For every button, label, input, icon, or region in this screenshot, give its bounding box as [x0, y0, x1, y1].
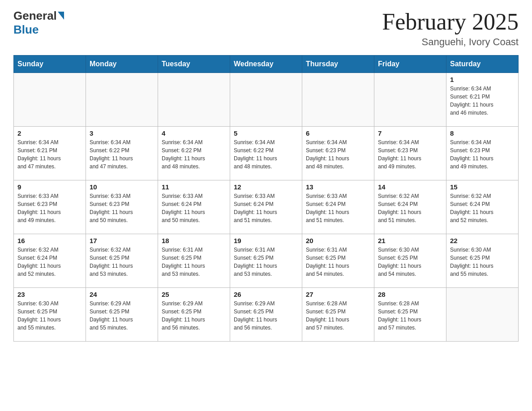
day-number: 10 — [90, 183, 154, 191]
page-header: General Blue February 2025 Sanguehi, Ivo… — [13, 9, 519, 48]
calendar-day-cell: 19Sunrise: 6:31 AMSunset: 6:25 PMDayligh… — [230, 234, 302, 288]
calendar-day-cell: 26Sunrise: 6:29 AMSunset: 6:25 PMDayligh… — [230, 288, 302, 342]
day-info: Sunrise: 6:33 AMSunset: 6:23 PMDaylight:… — [90, 192, 154, 224]
weekday-header-sunday: Sunday — [14, 56, 86, 73]
day-number: 13 — [306, 183, 370, 191]
day-info: Sunrise: 6:33 AMSunset: 6:24 PMDaylight:… — [306, 192, 370, 224]
calendar-day-cell: 18Sunrise: 6:31 AMSunset: 6:25 PMDayligh… — [158, 234, 230, 288]
day-number: 18 — [162, 237, 226, 244]
day-number: 1 — [450, 76, 515, 83]
day-number: 2 — [17, 129, 82, 137]
day-number: 21 — [378, 237, 442, 244]
calendar-day-cell: 2Sunrise: 6:34 AMSunset: 6:21 PMDaylight… — [14, 127, 86, 180]
day-number: 12 — [234, 183, 298, 191]
day-info: Sunrise: 6:32 AMSunset: 6:24 PMDaylight:… — [450, 192, 515, 224]
weekday-header-row: SundayMondayTuesdayWednesdayThursdayFrid… — [14, 56, 519, 73]
day-number: 28 — [378, 291, 442, 298]
calendar-day-cell: 4Sunrise: 6:34 AMSunset: 6:22 PMDaylight… — [158, 127, 230, 180]
calendar-day-cell: 22Sunrise: 6:30 AMSunset: 6:25 PMDayligh… — [446, 234, 519, 288]
day-number: 26 — [234, 291, 298, 298]
day-number: 19 — [234, 237, 298, 244]
calendar-day-cell: 20Sunrise: 6:31 AMSunset: 6:25 PMDayligh… — [302, 234, 374, 288]
calendar-week-row: 9Sunrise: 6:33 AMSunset: 6:23 PMDaylight… — [14, 180, 519, 234]
calendar-day-cell: 10Sunrise: 6:33 AMSunset: 6:23 PMDayligh… — [86, 180, 158, 234]
calendar-day-cell — [302, 73, 374, 127]
day-info: Sunrise: 6:32 AMSunset: 6:24 PMDaylight:… — [378, 192, 442, 224]
logo-triangle-icon — [58, 12, 64, 20]
calendar-week-row: 16Sunrise: 6:32 AMSunset: 6:24 PMDayligh… — [14, 234, 519, 288]
calendar-day-cell: 8Sunrise: 6:34 AMSunset: 6:23 PMDaylight… — [446, 127, 519, 180]
day-info: Sunrise: 6:30 AMSunset: 6:25 PMDaylight:… — [378, 246, 442, 278]
logo-blue-text: Blue — [13, 23, 39, 37]
day-info: Sunrise: 6:34 AMSunset: 6:22 PMDaylight:… — [234, 138, 298, 171]
weekday-header-monday: Monday — [86, 56, 158, 73]
calendar-day-cell: 28Sunrise: 6:28 AMSunset: 6:25 PMDayligh… — [374, 288, 446, 342]
calendar-day-cell — [230, 73, 302, 127]
day-info: Sunrise: 6:34 AMSunset: 6:22 PMDaylight:… — [90, 138, 154, 171]
weekday-header-saturday: Saturday — [446, 56, 519, 73]
day-info: Sunrise: 6:29 AMSunset: 6:25 PMDaylight:… — [90, 300, 154, 332]
day-number: 8 — [450, 129, 515, 137]
calendar-day-cell: 24Sunrise: 6:29 AMSunset: 6:25 PMDayligh… — [86, 288, 158, 342]
logo-general-text: General — [13, 9, 57, 23]
day-info: Sunrise: 6:28 AMSunset: 6:25 PMDaylight:… — [306, 300, 370, 332]
day-info: Sunrise: 6:34 AMSunset: 6:21 PMDaylight:… — [17, 138, 82, 171]
calendar-day-cell: 5Sunrise: 6:34 AMSunset: 6:22 PMDaylight… — [230, 127, 302, 180]
calendar-day-cell — [86, 73, 158, 127]
day-info: Sunrise: 6:33 AMSunset: 6:23 PMDaylight:… — [17, 192, 82, 224]
day-number: 11 — [162, 183, 226, 191]
calendar-week-row: 2Sunrise: 6:34 AMSunset: 6:21 PMDaylight… — [14, 127, 519, 180]
day-number: 25 — [162, 291, 226, 298]
calendar-day-cell: 14Sunrise: 6:32 AMSunset: 6:24 PMDayligh… — [374, 180, 446, 234]
month-title: February 2025 — [382, 9, 519, 34]
weekday-header-thursday: Thursday — [302, 56, 374, 73]
calendar-day-cell: 15Sunrise: 6:32 AMSunset: 6:24 PMDayligh… — [446, 180, 519, 234]
day-number: 4 — [162, 129, 226, 137]
location-subtitle: Sanguehi, Ivory Coast — [382, 36, 519, 48]
day-number: 6 — [306, 129, 370, 137]
calendar-header: SundayMondayTuesdayWednesdayThursdayFrid… — [14, 56, 519, 73]
calendar-day-cell: 3Sunrise: 6:34 AMSunset: 6:22 PMDaylight… — [86, 127, 158, 180]
day-info: Sunrise: 6:34 AMSunset: 6:23 PMDaylight:… — [450, 138, 515, 171]
calendar-day-cell — [14, 73, 86, 127]
day-info: Sunrise: 6:31 AMSunset: 6:25 PMDaylight:… — [306, 246, 370, 278]
calendar-day-cell: 23Sunrise: 6:30 AMSunset: 6:25 PMDayligh… — [14, 288, 86, 342]
day-info: Sunrise: 6:31 AMSunset: 6:25 PMDaylight:… — [162, 246, 226, 278]
calendar-day-cell: 21Sunrise: 6:30 AMSunset: 6:25 PMDayligh… — [374, 234, 446, 288]
calendar-day-cell: 16Sunrise: 6:32 AMSunset: 6:24 PMDayligh… — [14, 234, 86, 288]
weekday-header-wednesday: Wednesday — [230, 56, 302, 73]
day-number: 5 — [234, 129, 298, 137]
day-info: Sunrise: 6:30 AMSunset: 6:25 PMDaylight:… — [17, 300, 82, 332]
day-info: Sunrise: 6:29 AMSunset: 6:25 PMDaylight:… — [162, 300, 226, 332]
day-info: Sunrise: 6:31 AMSunset: 6:25 PMDaylight:… — [234, 246, 298, 278]
logo: General Blue — [13, 9, 64, 37]
day-number: 3 — [90, 129, 154, 137]
day-info: Sunrise: 6:34 AMSunset: 6:23 PMDaylight:… — [306, 138, 370, 171]
calendar-day-cell — [158, 73, 230, 127]
calendar-day-cell: 7Sunrise: 6:34 AMSunset: 6:23 PMDaylight… — [374, 127, 446, 180]
day-info: Sunrise: 6:34 AMSunset: 6:22 PMDaylight:… — [162, 138, 226, 171]
weekday-header-friday: Friday — [374, 56, 446, 73]
calendar-day-cell — [446, 288, 519, 342]
day-number: 23 — [17, 291, 82, 298]
day-info: Sunrise: 6:32 AMSunset: 6:25 PMDaylight:… — [90, 246, 154, 278]
day-info: Sunrise: 6:30 AMSunset: 6:25 PMDaylight:… — [450, 246, 515, 278]
day-info: Sunrise: 6:33 AMSunset: 6:24 PMDaylight:… — [234, 192, 298, 224]
calendar-day-cell: 11Sunrise: 6:33 AMSunset: 6:24 PMDayligh… — [158, 180, 230, 234]
calendar-day-cell: 25Sunrise: 6:29 AMSunset: 6:25 PMDayligh… — [158, 288, 230, 342]
day-number: 14 — [378, 183, 442, 191]
day-info: Sunrise: 6:28 AMSunset: 6:25 PMDaylight:… — [378, 300, 442, 332]
day-number: 9 — [17, 183, 82, 191]
calendar-day-cell: 17Sunrise: 6:32 AMSunset: 6:25 PMDayligh… — [86, 234, 158, 288]
day-number: 16 — [17, 237, 82, 244]
day-number: 20 — [306, 237, 370, 244]
day-info: Sunrise: 6:29 AMSunset: 6:25 PMDaylight:… — [234, 300, 298, 332]
calendar-day-cell: 12Sunrise: 6:33 AMSunset: 6:24 PMDayligh… — [230, 180, 302, 234]
calendar-table: SundayMondayTuesdayWednesdayThursdayFrid… — [13, 55, 519, 342]
calendar-week-row: 23Sunrise: 6:30 AMSunset: 6:25 PMDayligh… — [14, 288, 519, 342]
calendar-day-cell: 6Sunrise: 6:34 AMSunset: 6:23 PMDaylight… — [302, 127, 374, 180]
calendar-day-cell — [374, 73, 446, 127]
title-area: February 2025 Sanguehi, Ivory Coast — [382, 9, 519, 48]
weekday-header-tuesday: Tuesday — [158, 56, 230, 73]
day-number: 17 — [90, 237, 154, 244]
